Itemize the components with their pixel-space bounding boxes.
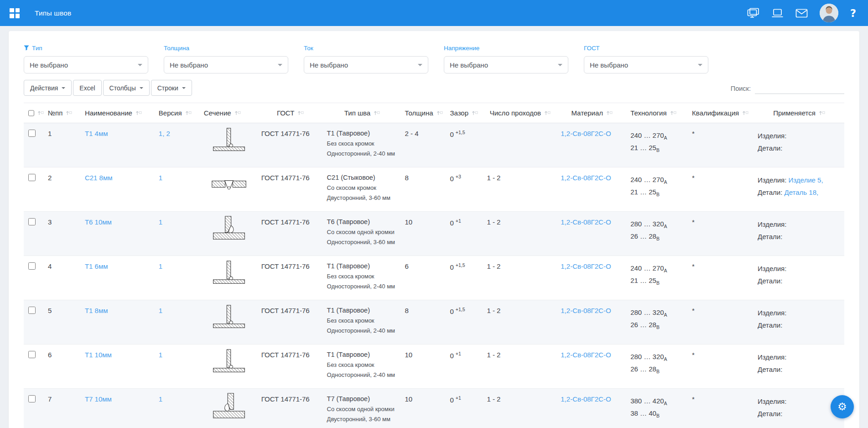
section-drawing-butt	[211, 191, 247, 199]
laptop-icon[interactable]	[771, 9, 784, 18]
dual-monitors-icon[interactable]	[747, 8, 759, 18]
sort-icon[interactable]	[742, 110, 748, 116]
rows-button[interactable]: Строки	[151, 80, 192, 96]
header-applies[interactable]: Применяется	[754, 103, 844, 123]
material-link[interactable]: 1,2-Св-08Г2С-О	[561, 174, 611, 182]
sort-icon[interactable]	[297, 110, 304, 116]
version-link[interactable]: 1, 2	[159, 130, 170, 137]
select-all-checkbox[interactable]	[28, 110, 34, 117]
material-link[interactable]: 1,2-Св-08Г2С-О	[561, 262, 611, 270]
seam-name-link[interactable]: Т1 6мм	[85, 262, 108, 270]
seam-name-link[interactable]: Т1 4мм	[85, 130, 108, 137]
gap-tolerance: +1	[456, 351, 461, 356]
sort-icon[interactable]	[544, 110, 551, 116]
material-link[interactable]: 1,2-Св-08Г2С-О	[561, 351, 611, 359]
material-link[interactable]: 1,2-Св-08Г2С-О	[561, 130, 611, 137]
filter-gost-select[interactable]: Не выбрано	[584, 56, 708, 73]
seam-name-link[interactable]: Т6 10мм	[85, 218, 112, 226]
search-input[interactable]	[755, 83, 844, 94]
row-checkbox[interactable]	[28, 395, 36, 402]
filter-type-select[interactable]: Не выбрано	[24, 56, 148, 73]
gap-cell: 0+3	[446, 167, 483, 212]
material-link[interactable]: 1,2-Св-08Г2С-О	[561, 218, 611, 226]
filter-current-select[interactable]: Не выбрано	[304, 56, 428, 73]
gap-tolerance: +1,5	[456, 262, 465, 268]
applies-products: Изделия:	[758, 395, 841, 407]
seam-name-cell: Т1 4мм	[81, 123, 155, 167]
row-select-cell	[24, 167, 44, 212]
material-cell: 1,2-Св-08Г2С-О	[557, 300, 627, 344]
sort-icon[interactable]	[374, 110, 380, 116]
seam-name-link[interactable]: Т1 8мм	[85, 307, 108, 314]
sort-icon[interactable]	[234, 110, 241, 116]
filter-voltage-select[interactable]: Не выбрано	[444, 56, 568, 73]
sort-icon[interactable]	[66, 110, 72, 116]
caret-down-icon	[140, 87, 143, 89]
sort-icon[interactable]	[135, 110, 142, 116]
section-cell	[200, 256, 258, 300]
gost-cell: ГОСТ 14771-76	[258, 389, 323, 428]
sort-icon[interactable]	[670, 110, 676, 116]
header-name[interactable]: Наименование	[81, 103, 155, 123]
applies-cell: Изделия:Детали:	[754, 300, 844, 344]
header-seam-type[interactable]: Тип шва	[323, 103, 401, 123]
actions-button[interactable]: Действия	[24, 80, 72, 96]
applies-details: Детали:	[758, 142, 841, 154]
row-checkbox[interactable]	[28, 218, 36, 225]
columns-button[interactable]: Столбцы	[103, 80, 150, 96]
product-link[interactable]: Изделие 5,	[789, 176, 823, 184]
row-number-cell: 3	[44, 212, 81, 256]
seam-type-cell: Т6 (Тавровое)Со скосом одной кромкиОднос…	[323, 212, 401, 256]
header-section[interactable]: Сечение	[200, 103, 258, 123]
material-link[interactable]: 1,2-Св-08Г2С-О	[561, 395, 611, 403]
header-technology[interactable]: Технология	[627, 103, 688, 123]
seam-name-link[interactable]: С21 8мм	[85, 174, 113, 182]
mail-icon[interactable]	[795, 9, 808, 18]
row-checkbox[interactable]	[28, 130, 36, 137]
material-link[interactable]: 1,2-Св-08Г2С-О	[561, 307, 611, 314]
sort-icon[interactable]	[437, 110, 443, 116]
version-link[interactable]: 1	[159, 351, 162, 359]
excel-button[interactable]: Excel	[73, 80, 101, 96]
header-thickness[interactable]: Толщина	[401, 103, 446, 123]
version-link[interactable]: 1	[159, 174, 162, 182]
header-material[interactable]: Материал	[557, 103, 627, 123]
header-qualification[interactable]: Квалификация	[688, 103, 754, 123]
detail-link[interactable]: Деталь 18,	[785, 188, 819, 196]
row-checkbox[interactable]	[28, 351, 36, 358]
version-cell: 1	[155, 389, 200, 428]
technology-cell: 240 … 270А21 … 25В	[627, 167, 688, 212]
header-select-all[interactable]	[24, 103, 44, 123]
header-num[interactable]: №пп	[44, 103, 81, 123]
version-link[interactable]: 1	[159, 307, 162, 314]
row-checkbox[interactable]	[28, 307, 36, 314]
sort-icon[interactable]	[606, 110, 613, 116]
thickness-cell: 6	[401, 256, 446, 300]
sort-icon[interactable]	[472, 110, 478, 116]
header-version[interactable]: Версия	[155, 103, 200, 123]
filter-thickness-select[interactable]: Не выбрано	[164, 56, 288, 73]
sort-icon[interactable]	[185, 110, 192, 116]
settings-fab-button[interactable]: ⚙	[831, 395, 854, 418]
sort-icon[interactable]	[37, 110, 44, 116]
header-gap[interactable]: Зазор	[446, 103, 483, 123]
help-icon[interactable]: ?	[850, 7, 856, 19]
row-checkbox[interactable]	[28, 174, 36, 181]
version-link[interactable]: 1	[159, 218, 162, 226]
passes-cell: 1 - 2	[483, 344, 557, 389]
seam-name-cell: Т1 6мм	[81, 256, 155, 300]
seam-name-cell: Т1 8мм	[81, 300, 155, 344]
row-checkbox[interactable]	[28, 262, 36, 270]
version-link[interactable]: 1	[159, 395, 162, 403]
seam-name-link[interactable]: Т1 10мм	[85, 351, 112, 359]
header-passes[interactable]: Число проходов	[483, 103, 557, 123]
seam-name-link[interactable]: Т7 10мм	[85, 395, 112, 403]
header-gost[interactable]: ГОСТ	[258, 103, 323, 123]
passes-cell: 1 - 2	[483, 212, 557, 256]
version-link[interactable]: 1	[159, 262, 162, 270]
apps-grid-icon[interactable]	[10, 8, 20, 18]
sort-icon[interactable]	[819, 110, 825, 116]
user-avatar[interactable]	[820, 4, 838, 22]
row-select-cell	[24, 256, 44, 300]
seam-name-cell: Т6 10мм	[81, 212, 155, 256]
